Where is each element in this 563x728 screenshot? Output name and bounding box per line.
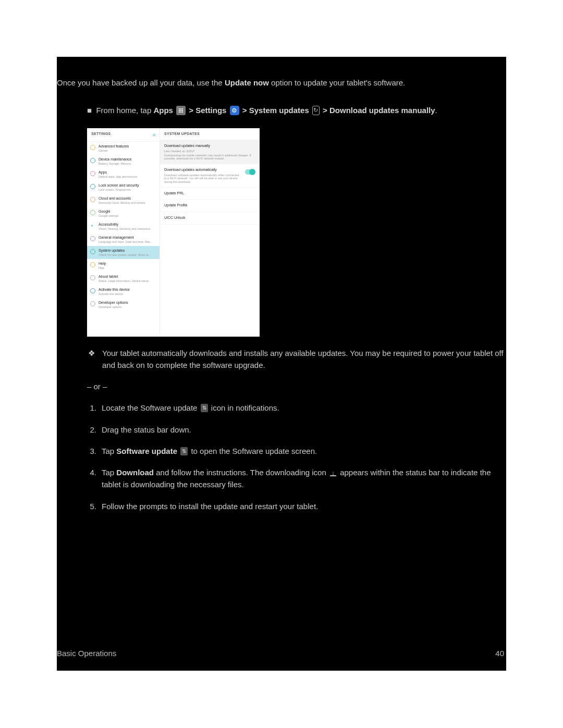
sep2: >: [242, 106, 249, 115]
settings-item-cloud[interactable]: Cloud and accountsSamsung Cloud, Backup …: [87, 194, 160, 207]
help-icon: [90, 262, 95, 267]
settings-item-activate[interactable]: Activate this deviceActivate this device: [87, 285, 160, 298]
navpath-settings: Settings: [195, 106, 226, 115]
settings-item-developer[interactable]: Developer optionsDeveloper options: [87, 298, 160, 311]
apps-icon: [176, 106, 186, 115]
footer-page: 40: [495, 647, 504, 659]
auto-download-toggle[interactable]: [245, 169, 255, 175]
settings-screenshot: SETTINGS ⌕ Advanced featuresGames Device…: [87, 128, 260, 337]
cloud-icon: [90, 197, 95, 202]
update-prl[interactable]: Update PRL: [160, 188, 260, 200]
settings-header-label: SETTINGS: [91, 131, 111, 139]
page-footer: Basic Operations 40: [57, 647, 506, 659]
settings-item-lock-screen[interactable]: Lock screen and securityLock screen, Fin…: [87, 181, 160, 194]
footer-section: Basic Operations: [57, 647, 116, 659]
software-update-icon: [180, 447, 188, 455]
step-4: 4. Tap Download and follow the instructi…: [87, 466, 506, 500]
settings-item-system-updates[interactable]: System updatesCheck for new system updat…: [87, 246, 160, 259]
intro-prefix: Once you have backed up all your data, u…: [57, 78, 225, 87]
step-3: 3. Tap Software update to open the Softw…: [87, 445, 506, 466]
result-block: ❖ Your tablet automatically downloads an…: [57, 337, 506, 402]
system-updates-header: SYSTEM UPDATES: [160, 128, 260, 141]
nav-path: ■ From home, tap Apps > Settings > Syste…: [57, 104, 506, 128]
lock-icon: [90, 184, 95, 189]
download-icon: [329, 469, 337, 476]
update-icon: [90, 249, 95, 254]
settings-header: SETTINGS ⌕: [87, 128, 160, 142]
settings-item-advanced[interactable]: Advanced featuresGames: [87, 142, 160, 155]
accessibility-icon: ✦: [90, 223, 95, 228]
info-icon: [90, 275, 95, 280]
system-updates-panel: SYSTEM UPDATES Download updates manually…: [160, 128, 260, 337]
settings-item-apps[interactable]: AppsDefault apps, App permissions: [87, 168, 160, 181]
uicc-unlock[interactable]: UICC Unlock: [160, 212, 260, 225]
or-separator: – or –: [87, 378, 506, 402]
developer-icon: [90, 301, 95, 306]
settings-item-device-maintenance[interactable]: Device maintenanceBattery, Storage, Memo…: [87, 155, 160, 168]
settings-item-accessibility[interactable]: ✦AccessibilityVision, Hearing, Dexterity…: [87, 220, 160, 233]
navpath-apps: Apps: [153, 106, 173, 115]
bullet-icon: ❖: [87, 347, 95, 372]
step-2: 2. Drag the status bar down.: [87, 424, 506, 445]
steps-list: 1. Locate the Software update icon in no…: [57, 402, 506, 522]
google-icon: [90, 210, 95, 215]
navpath-sysupdates: System updates: [249, 106, 309, 115]
navpath-prefix: From home, tap: [96, 106, 153, 115]
navpath-period: .: [435, 106, 437, 115]
download-updates-automatically[interactable]: Download updates automatically Download …: [160, 164, 260, 188]
step-1: 1. Locate the Software update icon in no…: [87, 402, 506, 423]
settings-item-help[interactable]: HelpHelp: [87, 259, 160, 272]
settings-item-about[interactable]: About tabletStatus, Legal information, D…: [87, 272, 160, 285]
intro-suffix: option to update your tablet's software.: [269, 78, 405, 87]
circle-icon: [90, 158, 95, 163]
download-updates-manually[interactable]: Download updates manually Last checked o…: [160, 140, 260, 164]
circle-icon: [90, 145, 95, 150]
update-profile[interactable]: Update Profile: [160, 200, 260, 212]
circle-icon: [90, 236, 95, 241]
system-update-icon: [312, 106, 320, 115]
step-5: 5. Follow the prompts to install the upd…: [87, 500, 506, 522]
circle-icon: [90, 171, 95, 176]
search-icon[interactable]: ⌕: [153, 131, 155, 139]
intro-bold: Update now: [225, 78, 269, 87]
software-update-icon: [201, 404, 208, 412]
navpath-download: Download updates manually: [329, 106, 435, 115]
sep1: >: [189, 106, 195, 115]
activate-icon: [90, 288, 95, 293]
sep3: >: [323, 106, 329, 115]
result-text: Your tablet automatically downloads and …: [102, 347, 506, 372]
gear-icon: [230, 106, 239, 115]
settings-item-general[interactable]: General managementLanguage and input, Da…: [87, 233, 160, 246]
settings-item-google[interactable]: GoogleGoogle settings: [87, 207, 160, 220]
settings-list-panel: SETTINGS ⌕ Advanced featuresGames Device…: [87, 128, 160, 337]
intro-paragraph: Once you have backed up all your data, u…: [57, 57, 506, 104]
